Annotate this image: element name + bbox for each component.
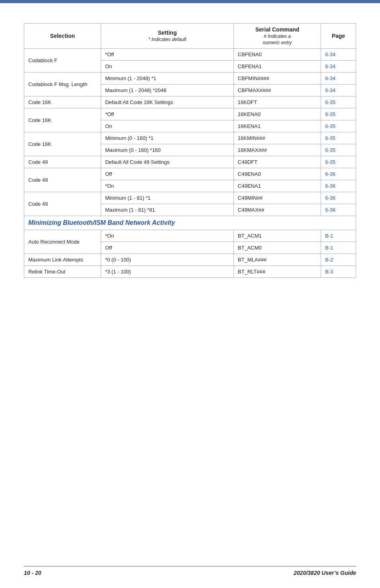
cell-setting: Maximum (0 - 160) *160 (101, 144, 233, 156)
page-content: Selection Setting * Indicates default Se… (0, 3, 380, 310)
cell-selection: Code 16K (24, 96, 101, 108)
page-link[interactable]: 6-35 (325, 147, 335, 153)
page-link[interactable]: B-2 (325, 257, 333, 263)
cell-page: 6-35 (321, 108, 356, 120)
cell-selection: Code 16K (24, 108, 101, 132)
setting-header-sub: * Indicates default (148, 37, 186, 42)
page-link[interactable]: 6-35 (325, 123, 335, 129)
cell-serial: C49ENA1 (234, 180, 321, 192)
cell-page: 6-35 (321, 156, 356, 168)
page-link[interactable]: B-1 (325, 233, 333, 239)
section-header-cell: Minimizing Bluetooth/ISM Band Network Ac… (24, 216, 356, 230)
page-link[interactable]: 6-36 (325, 207, 335, 213)
header-selection: Selection (24, 24, 101, 49)
page-link[interactable]: 6-34 (325, 75, 335, 81)
footer-guide-title: 2020/3820 User’s Guide (294, 570, 356, 576)
page-link[interactable]: 6-35 (325, 111, 335, 117)
cell-setting: Default All Code 16K Settings (101, 96, 233, 108)
cell-page: B-3 (321, 266, 356, 278)
page-link[interactable]: 6-36 (325, 195, 335, 201)
header-setting: Setting * Indicates default (101, 24, 233, 49)
cell-selection: Relink Time-Out (24, 266, 101, 278)
serial-header-sub1: # Indicates a (264, 33, 291, 39)
page-header-label: Page (332, 33, 345, 39)
page-link[interactable]: B-1 (325, 245, 333, 251)
table-row: Codablock F*OffCBFENA06-34 (24, 49, 356, 61)
cell-setting: Maximum (1 - 2048) *2048 (101, 85, 233, 96)
cell-page: 6-36 (321, 180, 356, 192)
cell-setting: Off (101, 168, 233, 180)
cell-selection: Auto Reconnect Mode (24, 230, 101, 254)
page-link[interactable]: 6-34 (325, 51, 335, 57)
footer-page-number: 10 - 20 (24, 570, 41, 576)
cell-selection: Codablock F (24, 49, 101, 73)
table-row: Code 49OffC49ENA06-36 (24, 168, 356, 180)
cell-serial: 16KMAX### (234, 144, 321, 156)
cell-setting: *0 (0 - 100) (101, 254, 233, 266)
cell-serial: CBFENA0 (234, 49, 321, 61)
page-link[interactable]: 6-35 (325, 159, 335, 165)
cell-setting: Minimum (0 - 160) *1 (101, 132, 233, 144)
cell-serial: CBFMIN#### (234, 73, 321, 85)
cell-selection: Code 16K (24, 132, 101, 156)
cell-page: 6-36 (321, 192, 356, 204)
cell-page: 6-34 (321, 85, 356, 96)
page-link[interactable]: 6-34 (325, 87, 335, 93)
cell-serial: 16KENA0 (234, 108, 321, 120)
cell-selection: Code 49 (24, 168, 101, 192)
page-link[interactable]: 6-36 (325, 171, 335, 177)
cell-serial: C49MAX## (234, 204, 321, 216)
cell-page: 6-36 (321, 204, 356, 216)
table-row: Code 49Default All Code 49 SettingsC49DF… (24, 156, 356, 168)
header-page: Page (321, 24, 356, 49)
cell-setting: *On (101, 230, 233, 242)
cell-setting: Minimum (1 - 81) *1 (101, 192, 233, 204)
cell-serial: 16KENA1 (234, 120, 321, 132)
cell-selection: Codablock F Msg. Length (24, 73, 101, 96)
table-row: Auto Reconnect Mode*OnBT_ACM1B-1 (24, 230, 356, 242)
cell-serial: C49DFT (234, 156, 321, 168)
cell-selection: Maximum Link Attempts (24, 254, 101, 266)
table-row: Codablock F Msg. LengthMinimum (1 - 2048… (24, 73, 356, 85)
cell-serial: BT_RLT### (234, 266, 321, 278)
cell-page: B-1 (321, 230, 356, 242)
cell-setting: Off (101, 242, 233, 254)
footer: 10 - 20 2020/3820 User’s Guide (24, 566, 356, 576)
cell-setting: *3 (1 - 100) (101, 266, 233, 278)
serial-header-sub2: numeric entry (263, 40, 292, 45)
serial-header-label: Serial Command (255, 26, 299, 33)
page-link[interactable]: 6-36 (325, 183, 335, 189)
cell-selection: Code 49 (24, 156, 101, 168)
selection-header-label: Selection (50, 33, 75, 39)
cell-setting: Minimum (1 - 2048) *1 (101, 73, 233, 85)
page-link[interactable]: B-3 (325, 269, 333, 275)
page-link[interactable]: 6-35 (325, 99, 335, 105)
cell-page: 6-34 (321, 61, 356, 73)
cell-serial: CBFENA1 (234, 61, 321, 73)
page-link[interactable]: 6-34 (325, 63, 335, 69)
cell-setting: On (101, 120, 233, 132)
table-row: Code 16KMinimum (0 - 160) *116KMIN###6-3… (24, 132, 356, 144)
cell-selection: Code 49 (24, 192, 101, 216)
cell-serial: BT_ACM0 (234, 242, 321, 254)
main-table: Selection Setting * Indicates default Se… (24, 23, 356, 278)
cell-setting: Maximum (1 - 81) *81 (101, 204, 233, 216)
cell-page: 6-35 (321, 144, 356, 156)
table-row: Maximum Link Attempts*0 (0 - 100)BT_MLA#… (24, 254, 356, 266)
table-row: Code 16K*Off16KENA06-35 (24, 108, 356, 120)
setting-header-label: Setting (158, 29, 176, 36)
header-serial: Serial Command # Indicates a numeric ent… (234, 24, 321, 49)
page-link[interactable]: 6-35 (325, 135, 335, 141)
cell-page: 6-35 (321, 96, 356, 108)
cell-page: 6-36 (321, 168, 356, 180)
cell-serial: C49ENA0 (234, 168, 321, 180)
cell-serial: BT_MLA### (234, 254, 321, 266)
cell-setting: *Off (101, 108, 233, 120)
cell-serial: CBFMAX#### (234, 85, 321, 96)
cell-page: 6-35 (321, 120, 356, 132)
cell-serial: C49MIN## (234, 192, 321, 204)
section-header-row: Minimizing Bluetooth/ISM Band Network Ac… (24, 216, 356, 230)
cell-setting: Default All Code 49 Settings (101, 156, 233, 168)
table-row: Code 49Minimum (1 - 81) *1C49MIN##6-36 (24, 192, 356, 204)
cell-page: 6-35 (321, 132, 356, 144)
